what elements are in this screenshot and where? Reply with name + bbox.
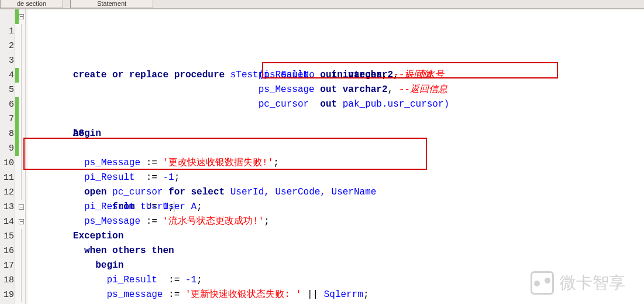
code-line[interactable]: 7 ps_Message := '更改快速收银数据失败!';: [28, 97, 644, 112]
line-number: 2: [0, 39, 15, 53]
code-line[interactable]: 17 ps_message := '更新快速收银状态失败: ' || Sqler…: [28, 244, 644, 258]
change-marker: [15, 97, 19, 112]
code-line[interactable]: 6 begin: [28, 83, 644, 97]
code-line[interactable]: 16 pi_Result := -1;: [28, 229, 644, 244]
tab-statement[interactable]: Statement: [70, 0, 153, 8]
line-number: 5: [0, 83, 15, 97]
line-number: 12: [0, 185, 15, 200]
fold-toggle-icon[interactable]: [19, 204, 24, 210]
code-line[interactable]: 8 pi_Result := -1;: [28, 112, 644, 127]
code-line[interactable]: 4 pc_cursor out pak_pub.usr_cursor): [28, 53, 644, 68]
line-number: 7: [0, 112, 15, 127]
line-number: 13: [0, 200, 15, 214]
editor-window: de section Statement 1 create or replace…: [0, 0, 644, 304]
code-line[interactable]: 15 begin: [28, 214, 644, 229]
line-number: 10: [0, 156, 15, 170]
line-number: 6: [0, 97, 15, 112]
code-editor[interactable]: 1 create or replace procedure sTest(ps_S…: [0, 9, 644, 304]
watermark-icon: [531, 271, 554, 295]
tab-code-section[interactable]: de section: [0, 0, 63, 8]
fold-toggle-icon[interactable]: [19, 14, 24, 19]
line-number: 16: [0, 244, 15, 258]
change-marker-gutter: [15, 9, 26, 304]
code-line[interactable]: 1 create or replace procedure sTest(ps_S…: [28, 9, 644, 24]
watermark: 微卡智享: [531, 271, 625, 295]
code-content[interactable]: 1 create or replace procedure sTest(ps_S…: [28, 9, 644, 304]
code-line[interactable]: 2 pi_Result out integer, --返回值: [28, 24, 644, 39]
change-marker: [15, 68, 19, 83]
code-line[interactable]: 11 pi_Result := 1;: [28, 156, 644, 170]
line-number: 15: [0, 229, 15, 244]
line-number: 14: [0, 214, 15, 229]
code-line[interactable]: 5 AS: [28, 68, 644, 83]
change-marker: [15, 112, 19, 127]
fold-toggle-icon[interactable]: [19, 219, 24, 224]
line-number: 17: [0, 258, 15, 273]
code-line[interactable]: 14 when others then: [28, 200, 644, 214]
change-marker: [15, 127, 19, 141]
change-marker: [15, 141, 19, 156]
code-line[interactable]: 13 Exception: [28, 185, 644, 200]
code-line[interactable]: 10 from tUsrUser A;: [28, 141, 644, 156]
line-number: 19: [0, 288, 15, 302]
code-line[interactable]: 9 open pc_cursor for select UserId, User…: [28, 127, 644, 141]
code-line[interactable]: 3 ps_Message out varchar2, --返回信息: [28, 39, 644, 53]
line-number: 4: [0, 68, 15, 83]
tab-bar: de section Statement: [0, 0, 644, 9]
line-number: 9: [0, 141, 15, 156]
watermark-text: 微卡智享: [560, 272, 625, 294]
line-number: 18: [0, 273, 15, 288]
line-number: 3: [0, 53, 15, 68]
code-line[interactable]: 12 ps_Message := '流水号状态更改成功!';: [28, 170, 644, 185]
line-number: 11: [0, 170, 15, 185]
line-number: 1: [0, 24, 15, 39]
line-number: 8: [0, 127, 15, 141]
